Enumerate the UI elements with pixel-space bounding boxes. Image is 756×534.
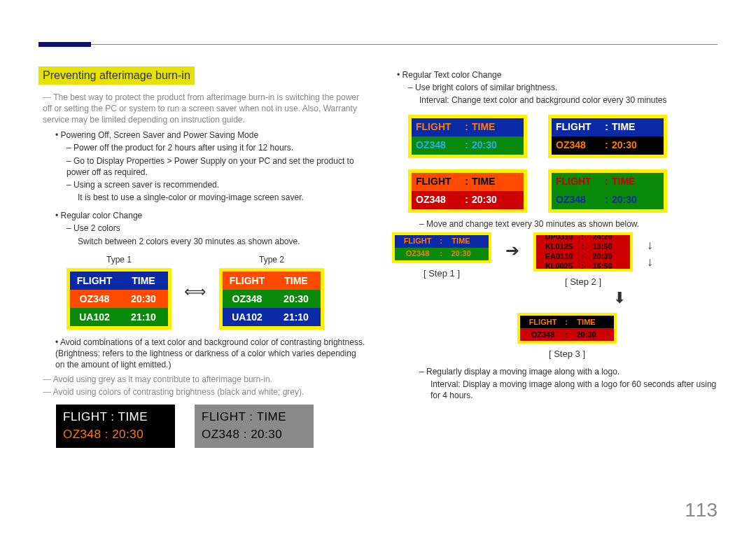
s2-r1sep: : — [578, 241, 587, 252]
type2-hdr-time: TIME — [272, 272, 321, 290]
bullet-avoid: Avoid combinations of a text color and b… — [55, 337, 368, 371]
pa-r1c2: TIME — [472, 120, 510, 134]
swap-arrow-icon: ⟺ — [184, 281, 206, 302]
color-panels-grid: FLIGHT : TIME OZ348 : 20:30 FLIGHT : TIM… — [408, 115, 718, 213]
step3-board: FLIGHT : TIME OZ348 : 20:30 — [517, 313, 617, 344]
type-tables-row: Type 1 FLIGHT TIME OZ348 20:30 UA102 21:… — [66, 254, 368, 330]
s3-r2c2: 20:30 — [570, 330, 602, 340]
s1-r1c2: TIME — [445, 236, 477, 246]
pc-r2sep: : — [461, 193, 472, 206]
type2-label: Type 2 — [219, 254, 324, 265]
bullet-textcolor-label: Regular Text color Change — [402, 70, 502, 80]
s1-r2c1: OZ348 — [398, 248, 437, 259]
contrast-boards: FLIGHT : TIME OZ348 : 20:30 FLIGHT : TIM… — [56, 405, 368, 448]
type2-r2c2: 21:10 — [272, 308, 321, 326]
right-bullet-list: Regular Text color Change Use bright col… — [388, 69, 718, 106]
sub-brightcolors: Use bright colors of similar brightness. — [408, 82, 718, 93]
step3-label: [ Step 3 ] — [511, 348, 623, 360]
dash-avoid-grey: Avoid using grey as it may contribute to… — [43, 374, 368, 385]
s3-r1c2: TIME — [570, 317, 602, 328]
pc-r2c2: 20:30 — [472, 193, 510, 206]
s2-r2c1: EA0110 — [540, 251, 578, 262]
board-grey-l2: OZ348 : 20:30 — [202, 426, 307, 444]
board-black: FLIGHT : TIME OZ348 : 20:30 — [56, 405, 175, 448]
panel-b: FLIGHT : TIME OZ348 : 20:30 — [548, 115, 667, 158]
step2-to-step3-arrow: ⬇ — [522, 288, 718, 309]
board-black-l2: OZ348 : 20:30 — [63, 426, 168, 444]
type1-block: Type 1 FLIGHT TIME OZ348 20:30 UA102 21:… — [66, 254, 172, 330]
bullet-list-1: Powering Off, Screen Saver and Power Sav… — [38, 129, 368, 247]
pd-r1sep: : — [601, 175, 612, 188]
s2-r2c2: 20:30 — [587, 251, 618, 262]
s2-r0c1: UP0310 — [540, 232, 578, 242]
type2-r2c1: UA102 — [223, 308, 272, 326]
pb-r2sep: : — [601, 139, 612, 152]
intro-dash-list: The best way to protect the product from… — [38, 92, 368, 126]
page-header-rule — [38, 44, 718, 45]
logo-note-interval: Interval: Display a moving image along w… — [388, 379, 718, 401]
sub-poweroff-3-note: It is best to use a single-color or movi… — [55, 192, 368, 203]
left-column: Preventing afterimage burn-in The best w… — [38, 66, 368, 448]
move-note-list: Move and change text every 30 minutes as… — [388, 218, 718, 230]
pa-r2c1: OZ348 — [416, 139, 461, 152]
s3-r1c1: FLIGHT — [524, 317, 562, 328]
s2-r3c2: 16:50 — [587, 261, 618, 271]
right-column: Regular Text color Change Use bright col… — [388, 66, 718, 448]
section-title: Preventing afterimage burn-in — [38, 66, 195, 85]
page-number: 113 — [685, 499, 718, 521]
pb-r1c1: FLIGHT — [556, 120, 601, 134]
move-note: Move and change text every 30 minutes as… — [419, 218, 718, 230]
pd-r2sep: : — [601, 193, 612, 206]
steps-row: FLIGHT : TIME OZ348 : 20:30 [ Step 1 ] ➔ — [392, 232, 718, 288]
avoid-text-2: (Brightness: refers to the lightness or … — [55, 349, 356, 370]
sub-use2: Use 2 colors — [66, 223, 368, 234]
s1-r2sep: : — [437, 248, 445, 259]
bullet-colorchange-label: Regular color Change — [61, 211, 143, 220]
step2-block: UP0310 : 24:20 KL0125 : 13:50 EA0110 : 2… — [533, 232, 633, 288]
colorchange-sublist: Use 2 colors — [55, 223, 368, 234]
panel-c: FLIGHT : TIME OZ348 : 20:30 — [408, 169, 527, 213]
bullet-poweroff-label: Powering Off, Screen Saver and Power Sav… — [61, 130, 259, 140]
type2-r1c1: OZ348 — [223, 290, 272, 308]
logo-note-list: Regularly display a moving image along w… — [388, 366, 718, 377]
panel-d: FLIGHT : TIME OZ348 : 20:30 — [548, 169, 667, 213]
type1-label: Type 1 — [66, 254, 172, 265]
bullet-textcolor: Regular Text color Change Use bright col… — [397, 69, 718, 106]
pc-r2c1: OZ348 — [416, 193, 461, 206]
type2-r1c2: 20:30 — [272, 290, 321, 308]
sub-use2-note: Switch between 2 colors every 30 minutes… — [55, 236, 368, 247]
type2-table: FLIGHT TIME OZ348 20:30 UA102 21:10 — [219, 268, 324, 330]
intro-text: The best way to protect the product from… — [43, 92, 368, 126]
pd-r1c1: FLIGHT — [556, 175, 601, 188]
s3-r2c1: OZ348 — [524, 330, 562, 340]
sub-bright-interval: Interval: Change text color and backgrou… — [397, 94, 718, 106]
sub-poweroff-3: Using a screen saver is recommended. — [66, 179, 368, 190]
step1-label: [ Step 1 ] — [392, 267, 491, 280]
pa-r1c1: FLIGHT — [416, 120, 461, 134]
s2-r1c1: KL0125 — [540, 241, 578, 252]
textcolor-sublist: Use bright colors of similar brightness. — [397, 82, 718, 93]
type1-r1c2: 20:30 — [119, 290, 168, 308]
pa-r1sep: : — [461, 120, 472, 134]
type2-hdr-flight: FLIGHT — [223, 272, 272, 290]
pb-r2c2: 20:30 — [612, 139, 650, 152]
bullet-poweroff: Powering Off, Screen Saver and Power Sav… — [55, 129, 368, 203]
pa-r2sep: : — [461, 139, 472, 152]
pd-r2c1: OZ348 — [556, 193, 601, 206]
type1-r2c2: 21:10 — [119, 308, 168, 326]
pb-r1sep: : — [601, 120, 612, 134]
pd-r2c2: 20:30 — [612, 193, 650, 206]
pc-r1c1: FLIGHT — [416, 175, 461, 188]
pd-r1c2: TIME — [612, 175, 650, 188]
sub-poweroff-1: Power off the product for 2 hours after … — [66, 142, 368, 153]
s1-r1c1: FLIGHT — [398, 236, 437, 246]
step3-block: FLIGHT : TIME OZ348 : 20:30 [ Step 3 ] — [511, 313, 623, 360]
s2-r3sep: : — [578, 261, 587, 271]
poweroff-sublist: Power off the product for 2 hours after … — [55, 142, 368, 190]
s2-r3c1: KL0025 — [540, 261, 578, 271]
avoid-text-1: Avoid combinations of a text color and b… — [60, 337, 365, 347]
pc-r1c2: TIME — [472, 175, 510, 188]
s3-r2sep: : — [562, 330, 570, 340]
down-arrow-icon: ⬇ — [613, 288, 626, 309]
panel-a: FLIGHT : TIME OZ348 : 20:30 — [408, 115, 527, 158]
